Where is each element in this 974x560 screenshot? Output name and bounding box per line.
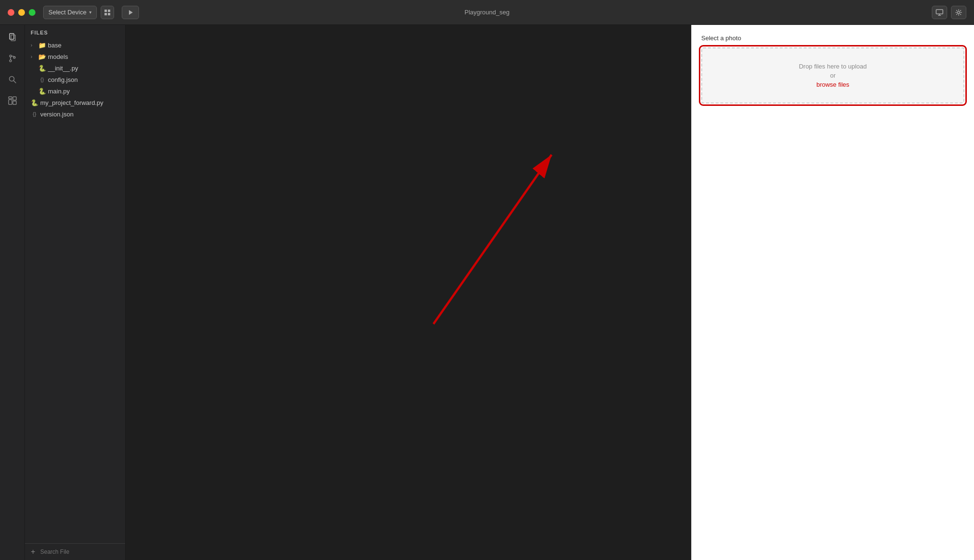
monitor-button[interactable] — [932, 6, 947, 19]
titlebar-left: Select Device ▾ — [43, 6, 139, 19]
sidebar-item-files[interactable] — [4, 29, 21, 46]
file-label-my-project: my_project_forward.py — [40, 99, 104, 106]
drop-zone[interactable]: Drop files here to upload or browse file… — [701, 47, 964, 103]
python-icon-project: 🐍 — [31, 99, 38, 106]
traffic-lights — [0, 9, 35, 16]
drop-zone-text: Drop files here to upload — [799, 63, 867, 70]
file-label-version-json: version.json — [40, 111, 73, 118]
device-select-label: Select Device — [48, 9, 86, 16]
svg-marker-4 — [129, 10, 133, 15]
tree-item-models[interactable]: › 📂 models — [25, 51, 125, 62]
titlebar-right — [932, 6, 966, 19]
svg-point-8 — [958, 11, 960, 13]
tree-item-config-json[interactable]: {} config.json — [25, 74, 125, 85]
files-icon — [8, 33, 17, 42]
right-panel: Select a photo Drop files here to upload… — [691, 25, 974, 560]
search-icon — [8, 75, 17, 84]
add-file-button[interactable]: + — [29, 548, 37, 556]
svg-rect-19 — [9, 97, 12, 99]
close-button[interactable] — [8, 9, 14, 16]
window-title: Playground_seg — [464, 9, 510, 16]
sidebar-item-search[interactable] — [4, 71, 21, 88]
search-file-input[interactable] — [40, 549, 121, 555]
json-icon: {} — [38, 76, 46, 83]
git-icon — [8, 54, 17, 63]
svg-rect-16 — [9, 100, 12, 104]
chevron-down-icon: › — [31, 54, 36, 59]
file-explorer: Files › 📁 base › 📂 models 🐍 __init__.py … — [25, 25, 126, 560]
editor-area — [126, 25, 691, 560]
json-braces-icon: {} — [31, 110, 38, 118]
svg-rect-3 — [108, 13, 110, 15]
select-photo-label: Select a photo — [701, 34, 964, 42]
svg-point-12 — [10, 60, 12, 62]
sidebar-bottom: + — [25, 543, 125, 560]
svg-rect-9 — [10, 34, 14, 39]
folder-icon: 📁 — [38, 41, 46, 49]
tree-item-init-py[interactable]: 🐍 __init__.py — [25, 62, 125, 74]
file-tree: › 📁 base › 📂 models 🐍 __init__.py {} con… — [25, 38, 125, 543]
play-button[interactable] — [122, 6, 139, 19]
file-label-base: base — [48, 42, 61, 49]
svg-line-21 — [433, 155, 551, 324]
annotation-arrow — [126, 25, 691, 560]
main-layout: Files › 📁 base › 📂 models 🐍 __init__.py … — [0, 25, 974, 560]
chevron-down-icon: ▾ — [89, 10, 92, 15]
folder-open-icon: 📂 — [38, 53, 46, 60]
settings-button[interactable] — [951, 6, 966, 19]
svg-line-15 — [13, 81, 16, 83]
tree-item-my-project[interactable]: 🐍 my_project_forward.py — [25, 97, 125, 108]
play-icon — [128, 10, 133, 15]
svg-rect-10 — [11, 35, 15, 41]
maximize-button[interactable] — [29, 9, 35, 16]
file-label-config-json: config.json — [48, 76, 78, 83]
monitor-icon — [936, 9, 943, 16]
python-icon: 🐍 — [38, 64, 46, 72]
svg-rect-18 — [13, 101, 16, 104]
files-header: Files — [25, 25, 125, 38]
tree-item-version-json[interactable]: {} version.json — [25, 108, 125, 120]
svg-rect-0 — [104, 10, 107, 12]
titlebar: Select Device ▾ Playground_seg — [0, 0, 974, 25]
browse-files-link[interactable]: browse files — [816, 81, 849, 88]
file-label-models: models — [48, 53, 68, 60]
minimize-button[interactable] — [18, 9, 25, 16]
svg-rect-17 — [13, 97, 16, 100]
gear-icon — [955, 9, 962, 16]
file-label-main-py: main.py — [48, 88, 70, 95]
sidebar-item-extensions[interactable] — [4, 92, 21, 109]
chevron-right-icon: › — [31, 43, 36, 48]
python-icon-main: 🐍 — [38, 87, 46, 95]
extensions-icon — [8, 96, 17, 105]
device-select-dropdown[interactable]: Select Device ▾ — [43, 6, 97, 19]
svg-rect-1 — [108, 10, 110, 12]
activity-bar — [0, 25, 25, 560]
tree-item-base[interactable]: › 📁 base — [25, 39, 125, 51]
svg-rect-5 — [936, 10, 943, 14]
grid-icon — [104, 9, 111, 16]
drop-zone-or-text: or — [830, 72, 836, 79]
grid-view-button[interactable] — [101, 6, 114, 19]
tree-item-main-py[interactable]: 🐍 main.py — [25, 85, 125, 97]
svg-rect-2 — [104, 13, 107, 15]
file-label-init-py: __init__.py — [48, 65, 78, 72]
sidebar-item-git[interactable] — [4, 50, 21, 67]
